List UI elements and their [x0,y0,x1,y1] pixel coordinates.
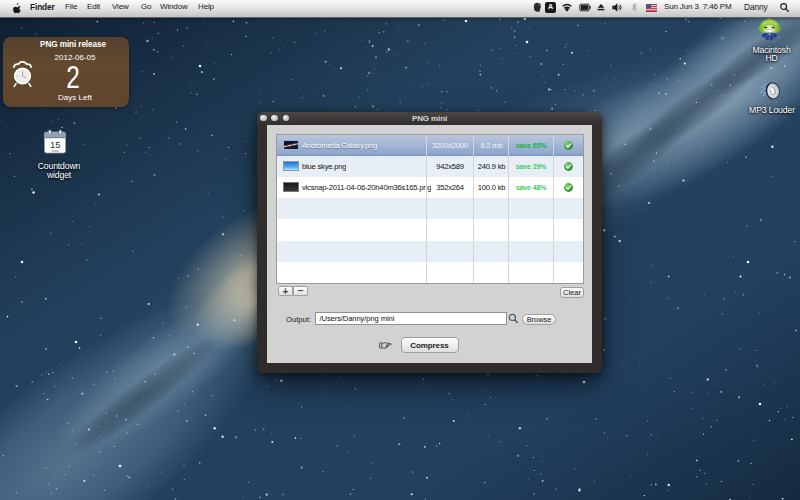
svg-text:June: June [52,149,59,153]
